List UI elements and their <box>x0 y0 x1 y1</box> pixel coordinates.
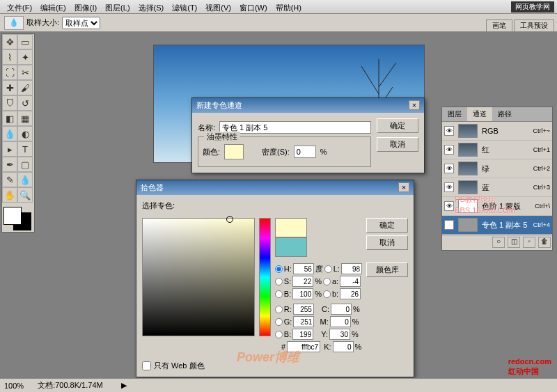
channel-row[interactable]: 👁RGBCtrl+~ <box>442 122 552 141</box>
h-radio[interactable] <box>275 265 283 273</box>
marquee-tool[interactable]: ▭ <box>17 34 33 49</box>
g-input[interactable] <box>293 316 314 327</box>
bb-radio[interactable] <box>323 290 331 298</box>
menu-item[interactable]: 滤镜(T) <box>168 1 201 12</box>
y-input[interactable] <box>329 329 350 340</box>
picker-ok-button[interactable]: 确定 <box>366 218 408 233</box>
channel-shortcut: Ctrl+~ <box>533 127 550 134</box>
channel-row[interactable]: 👁红Ctrl+1 <box>442 141 552 159</box>
a-input[interactable] <box>340 276 361 287</box>
pen-tool[interactable]: ✒ <box>2 157 17 172</box>
color-preview <box>275 218 362 257</box>
menu-item[interactable]: 编辑(E) <box>36 1 70 12</box>
tab-paths[interactable]: 路径 <box>492 107 517 121</box>
visibility-icon[interactable]: 👁 <box>444 182 454 192</box>
picker-cancel-button[interactable]: 取消 <box>366 235 408 250</box>
k-input[interactable] <box>333 341 354 352</box>
cancel-button[interactable]: 取消 <box>377 137 418 152</box>
s-input[interactable] <box>292 276 313 287</box>
eraser-tool[interactable]: ◧ <box>2 111 17 126</box>
crop-tool[interactable]: ⛶ <box>2 65 17 80</box>
zoom-tool[interactable]: 🔍 <box>17 187 33 203</box>
menu-item[interactable]: 图像(I) <box>70 1 101 12</box>
r-input[interactable] <box>293 304 314 315</box>
palette-tabs: 画笔 工具预设 <box>486 19 554 32</box>
l-radio[interactable] <box>324 265 332 273</box>
close-icon[interactable]: × <box>409 100 420 110</box>
h-input[interactable] <box>293 263 314 274</box>
notes-tool[interactable]: ✎ <box>2 172 17 187</box>
channel-row[interactable]: 👁专色 1 副本 5Ctrl+4 <box>442 216 552 235</box>
tab-channels[interactable]: 通道 <box>467 107 492 121</box>
path-tool[interactable]: ▸ <box>2 141 17 157</box>
r-radio[interactable] <box>275 306 283 313</box>
eyedropper-icon[interactable]: 💧 <box>4 16 24 30</box>
sample-size-select[interactable]: 取样点 <box>62 17 100 29</box>
blur-tool[interactable]: 💧 <box>2 126 17 141</box>
move-tool[interactable]: ✥ <box>2 34 17 49</box>
menu-item[interactable]: 文件(F) <box>3 1 36 12</box>
g-radio[interactable] <box>275 318 283 326</box>
menu-item[interactable]: 视图(V) <box>201 1 235 12</box>
shape-tool[interactable]: ▢ <box>17 157 33 172</box>
visibility-icon[interactable]: 👁 <box>444 201 454 211</box>
menu-item[interactable]: 选择(S) <box>134 1 168 12</box>
tab-toolpresets[interactable]: 工具预设 <box>514 19 554 32</box>
type-tool[interactable]: T <box>17 141 33 157</box>
visibility-icon[interactable]: 👁 <box>444 126 454 136</box>
opacity-input[interactable] <box>294 146 316 158</box>
save-selection-icon[interactable]: ◫ <box>508 237 520 248</box>
saturation-brightness-field[interactable] <box>142 218 255 336</box>
visibility-icon[interactable]: 👁 <box>444 145 454 155</box>
stamp-tool[interactable]: ⛉ <box>2 95 17 111</box>
lasso-tool[interactable]: ⌇ <box>2 49 17 65</box>
history-brush[interactable]: ↺ <box>17 95 33 111</box>
delete-channel-icon[interactable]: 🗑 <box>538 237 551 248</box>
blue-input[interactable] <box>292 329 313 340</box>
gradient-tool[interactable]: ▦ <box>17 111 33 126</box>
old-color[interactable] <box>275 237 307 257</box>
load-selection-icon[interactable]: ○ <box>492 237 505 248</box>
menu-item[interactable]: 窗口(W) <box>235 1 272 12</box>
menu-item[interactable]: 图层(L) <box>101 1 134 12</box>
brush-tool[interactable]: 🖌 <box>17 80 33 95</box>
s-radio[interactable] <box>275 278 283 285</box>
wand-tool[interactable]: ✦ <box>17 49 33 65</box>
b-radio[interactable] <box>275 290 283 298</box>
visibility-icon[interactable]: 👁 <box>444 220 454 230</box>
eyedropper-tool[interactable]: 💧 <box>17 172 33 187</box>
slice-tool[interactable]: ✂ <box>17 65 33 80</box>
b-input[interactable] <box>292 288 313 299</box>
channel-name: RGB <box>482 127 499 135</box>
lab-b-input[interactable] <box>340 288 361 299</box>
close-icon[interactable]: × <box>398 182 409 192</box>
heal-tool[interactable]: ✚ <box>2 80 17 95</box>
channel-name-input[interactable] <box>219 121 371 134</box>
channel-row[interactable]: 👁绿Ctrl+2 <box>442 159 552 178</box>
foreground-swatch[interactable] <box>3 207 22 225</box>
m-input[interactable] <box>330 316 351 327</box>
channel-shortcut: Ctrl+3 <box>533 184 550 191</box>
l-input[interactable] <box>341 263 362 274</box>
color-swatch-button[interactable] <box>224 144 244 159</box>
menu-item[interactable]: 帮助(H) <box>272 1 306 12</box>
dialog-title: 新建专色通道 <box>196 100 242 111</box>
dodge-tool[interactable]: ◐ <box>17 126 33 141</box>
zoom-level[interactable]: 100% <box>4 382 24 390</box>
ok-button[interactable]: 确定 <box>377 118 418 133</box>
hand-tool[interactable]: ✋ <box>2 187 17 203</box>
hue-slider[interactable] <box>259 218 271 336</box>
ink-group-label: 油墨特性 <box>204 132 240 142</box>
c-input[interactable] <box>331 304 352 315</box>
color-swatches[interactable] <box>2 205 33 232</box>
tab-brushes[interactable]: 画笔 <box>486 19 512 32</box>
a-radio[interactable] <box>323 278 331 285</box>
color-lib-button[interactable]: 颜色库 <box>366 262 408 277</box>
web-only-label: 只有 Web 颜色 <box>154 361 205 371</box>
web-only-checkbox[interactable] <box>142 361 151 370</box>
watermark-power: Power博维 <box>237 349 299 366</box>
visibility-icon[interactable]: 👁 <box>444 164 454 173</box>
tab-layers[interactable]: 图层 <box>442 107 467 121</box>
bl-radio[interactable] <box>275 331 283 338</box>
new-channel-icon[interactable]: ▫ <box>523 237 535 248</box>
